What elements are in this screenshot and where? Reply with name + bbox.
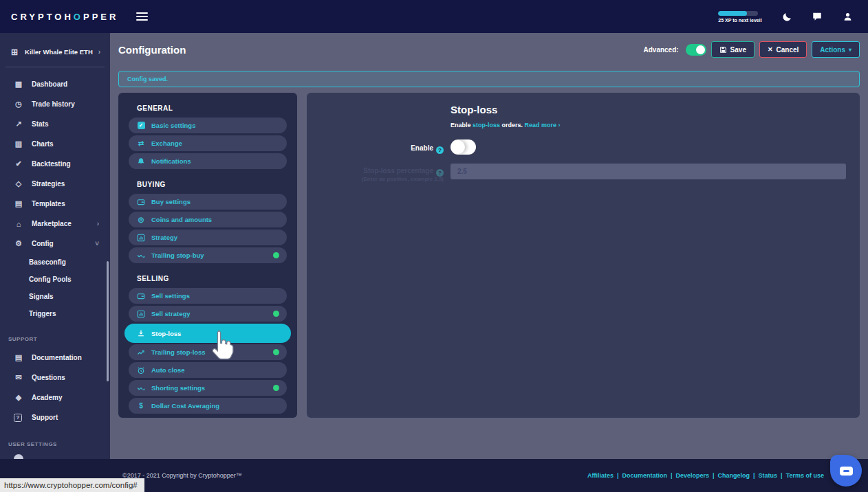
section-title-general: GENERAL — [137, 104, 287, 112]
sidebar-item-label: Stats — [32, 120, 48, 128]
confignav-item-coins-and-amounts[interactable]: ◎ Coins and amounts — [129, 212, 287, 227]
sidebar-item-marketplace[interactable]: ⌂Marketplace› — [0, 214, 110, 234]
document-icon: ▤ — [14, 353, 23, 362]
confignav-item-sell-strategy[interactable]: Sell strategy — [129, 306, 287, 322]
cryptohopper-logo[interactable]: CRYPTOHOPPER — [11, 12, 118, 22]
sidebar-item-trade-history[interactable]: ◷Trade history — [0, 94, 110, 114]
graduation-cap-icon: ◆ — [14, 393, 23, 402]
sidebar-item-questions[interactable]: ✉Questions — [0, 368, 110, 388]
trend-up-icon — [136, 348, 146, 357]
help-icon[interactable]: ? — [436, 146, 444, 154]
confignav-item-dollar-cost-averaging[interactable]: $ Dollar Cost Averaging — [129, 398, 287, 414]
confignav-item-label: Basic settings — [151, 122, 195, 129]
browser-status-url: https://www.cryptohopper.com/config# — [0, 478, 144, 492]
confignav-item-auto-close[interactable]: Auto close — [129, 362, 287, 378]
messages-icon[interactable] — [812, 11, 823, 22]
sidebar-item-config[interactable]: ⚙Config˅ — [0, 234, 110, 254]
sidebar-item-strategies[interactable]: ◇Strategies — [0, 174, 110, 194]
chat-widget-button[interactable] — [830, 455, 862, 487]
confignav-item-stop-loss[interactable]: Stop-loss — [124, 324, 291, 343]
confignav-item-label: Buy settings — [151, 198, 191, 205]
hamburger-menu-icon[interactable] — [136, 12, 148, 21]
stop-loss-percentage-input[interactable] — [451, 164, 846, 179]
confignav-item-shorting-settings[interactable]: Shorting settings — [129, 380, 287, 396]
chevron-down-icon: ˅ — [95, 240, 99, 247]
confignav-item-sell-settings[interactable]: Sell settings — [129, 288, 287, 304]
save-button-label: Save — [730, 46, 746, 54]
confignav-item-buy-settings[interactable]: Buy settings — [129, 194, 287, 210]
sidebar-item-label: Documentation — [32, 354, 82, 361]
sidebar-item-label: Academy — [32, 394, 62, 401]
checkbox-icon: ✓ — [138, 122, 145, 129]
sidebar-subitem-label: Baseconfig — [29, 258, 66, 266]
sidebar-item-config-pools[interactable]: Config Pools — [0, 271, 110, 288]
save-button[interactable]: Save — [711, 41, 755, 58]
confignav-item-label: Auto close — [151, 366, 185, 374]
sidebar-item-label: Support — [32, 414, 58, 421]
confignav-item-trailing-stop-buy[interactable]: Trailing stop-buy — [129, 247, 287, 263]
icon-wrap: ✓ — [136, 122, 146, 129]
confignav-item-exchange[interactable]: ⇄ Exchange — [129, 135, 287, 151]
config-saved-alert: Config saved. — [118, 71, 860, 87]
clipboard-icon: ▤ — [14, 199, 23, 208]
footer-link-affiliates[interactable]: Affiliates — [587, 472, 614, 479]
footer-link-documentation[interactable]: Documentation — [614, 472, 667, 479]
sidebar-item-label: Dashboard — [32, 80, 67, 88]
sidebar-item-dashboard[interactable]: ▦Dashboard — [0, 74, 110, 94]
sidebar-item-academy[interactable]: ◆Academy — [0, 388, 110, 407]
cancel-button-label: Cancel — [777, 46, 799, 54]
dark-mode-moon-icon[interactable] — [781, 11, 792, 22]
dashboard-icon: ▦ — [14, 80, 23, 89]
confignav-item-label: Notifications — [151, 157, 191, 165]
navbar-right: 25 XP to next level! — [718, 11, 853, 23]
confignav-item-notifications[interactable]: Notifications — [129, 153, 287, 169]
confignav-item-label: Trailing stop-buy — [151, 251, 204, 259]
sidebar-item-triggers[interactable]: Triggers — [0, 305, 110, 322]
sidebar-item-charts[interactable]: ▥Charts — [0, 134, 110, 154]
footer-link-status[interactable]: Status — [750, 472, 777, 479]
actions-dropdown-button[interactable]: Actions ▾ — [812, 41, 860, 58]
footer-link-developers[interactable]: Developers — [667, 472, 709, 479]
user-profile-icon[interactable] — [842, 11, 853, 22]
user-settings-avatar[interactable] — [14, 454, 23, 459]
footer-link-changelog[interactable]: Changelog — [709, 472, 750, 479]
sidebar-item-label: Charts — [32, 140, 54, 148]
stop-loss-link[interactable]: stop-loss — [473, 122, 500, 128]
hopper-selector[interactable]: ⊞ Killer Whale Elite ETH › — [6, 37, 105, 67]
sidebar-item-label: Templates — [32, 200, 65, 208]
confignav-item-label: Coins and amounts — [151, 216, 212, 223]
arrow-down-to-line-icon — [136, 329, 146, 337]
section-title-buying: BUYING — [137, 181, 287, 188]
xp-progress: 25 XP to next level! — [718, 11, 762, 23]
sidebar-item-documentation[interactable]: ▤Documentation — [0, 348, 110, 368]
sidebar-subitem-label: Triggers — [29, 310, 56, 317]
sidebar-item-stats[interactable]: ↗Stats — [0, 114, 110, 134]
confignav-item-strategy[interactable]: Strategy — [129, 230, 287, 245]
cancel-button[interactable]: ✕ Cancel — [759, 41, 807, 58]
chat-bubble-icon: ✉ — [14, 373, 23, 382]
sidebar-scrollbar[interactable] — [107, 261, 109, 381]
confignav-item-label: Shorting settings — [151, 384, 205, 392]
confignav-item-trailing-stop-loss[interactable]: Trailing stop-loss — [129, 344, 287, 360]
sidebar-item-signals[interactable]: Signals — [0, 288, 110, 305]
page-header: Configuration Advanced: Save ✕ Cancel Ac… — [118, 37, 860, 62]
sidebar-item-backtesting[interactable]: ✔Backtesting — [0, 154, 110, 174]
enabled-dot — [273, 385, 279, 391]
sidebar-item-label: Config — [32, 240, 54, 247]
header-controls: Advanced: Save ✕ Cancel Actions ▾ — [643, 41, 860, 58]
sidebar-item-templates[interactable]: ▤Templates — [0, 194, 110, 214]
sidebar-item-baseconfig[interactable]: Baseconfig — [0, 254, 110, 271]
footer-link-terms[interactable]: Terms of use — [777, 472, 824, 479]
stop-loss-percentage-hint: (Enter as positive, example 2.5) — [307, 176, 444, 182]
confignav-item-basic-settings[interactable]: ✓ Basic settings — [129, 118, 287, 133]
logo-text: CRYPTOH — [11, 12, 74, 22]
percentage-label-text: Stop-loss percentage — [363, 167, 433, 175]
enable-toggle[interactable] — [451, 139, 476, 155]
gear-icon: ⚙ — [14, 239, 23, 248]
advanced-toggle[interactable] — [686, 44, 706, 56]
read-more-link[interactable]: Read more — [525, 122, 557, 128]
sidebar-item-support[interactable]: ?Support — [0, 407, 110, 427]
sidebar-section-user-settings: USER SETTINGS — [0, 441, 110, 447]
enable-label: Enable? — [307, 144, 444, 154]
help-box-wrap: ? — [14, 414, 23, 422]
